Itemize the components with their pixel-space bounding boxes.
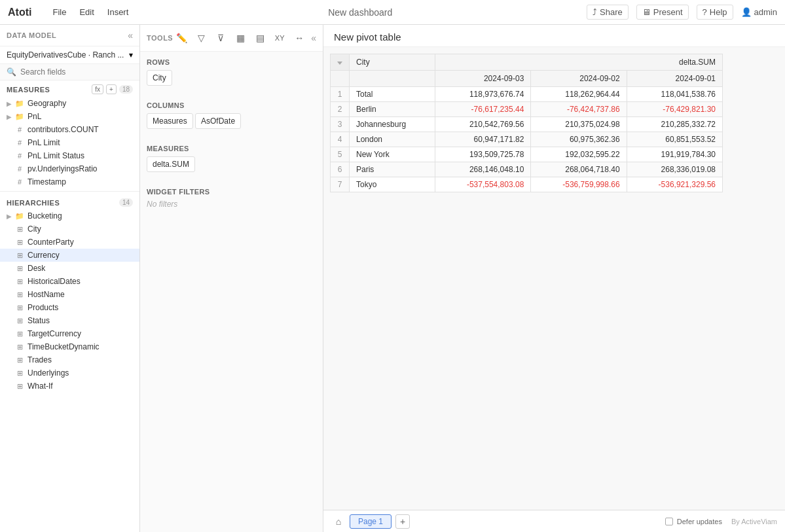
app-logo: Atoti xyxy=(8,7,31,18)
topbar-actions: ⤴ Share 🖥 Present ? Help 👤 admin xyxy=(587,5,777,20)
chart-tool-icon[interactable]: ▦ xyxy=(232,30,248,46)
hier-item-whatif[interactable]: ▶ ⊞ What-If xyxy=(0,380,139,393)
home-button[interactable]: ⌂ xyxy=(331,514,346,529)
hier-item-trades[interactable]: ▶ ⊞ Trades xyxy=(0,353,139,366)
by-activeviam-label: By ActiveViam xyxy=(731,518,777,525)
xy-tool-icon[interactable]: XY xyxy=(272,30,287,46)
col-date2-header[interactable]: 2024-09-02 xyxy=(531,71,627,87)
filter2-tool-icon[interactable]: ⊽ xyxy=(213,30,228,46)
col-delta-header[interactable]: delta.SUM xyxy=(435,54,723,71)
cell-value: 191,919,784.30 xyxy=(627,147,722,162)
add-measure-button[interactable]: + xyxy=(106,84,117,94)
hier-item-historicaldates[interactable]: ▶ ⊞ HistoricalDates xyxy=(0,275,139,288)
edit-tool-icon[interactable]: ✏️ xyxy=(173,30,189,46)
measure-item-pnl-limit-status[interactable]: ▶ # PnL Limit Status xyxy=(0,149,139,162)
defer-updates-section: Defer updates By ActiveViam xyxy=(665,518,777,525)
menu-file[interactable]: File xyxy=(47,5,71,20)
hier-item-desk[interactable]: ▶ ⊞ Desk xyxy=(0,262,139,275)
col-date1-header[interactable]: 2024-09-03 xyxy=(435,71,531,87)
row-number: 4 xyxy=(331,132,350,147)
hier-item-hostname[interactable]: ▶ ⊞ HostName xyxy=(0,288,139,301)
hier-item-counterparty[interactable]: ▶ ⊞ CounterParty xyxy=(0,236,139,249)
columns-asofdate-chip[interactable]: AsOfDate xyxy=(195,113,241,129)
measure-item-timestamp[interactable]: ▶ # Timestamp xyxy=(0,175,139,188)
hash-icon: # xyxy=(15,165,24,173)
filter-tool-icon[interactable]: ▽ xyxy=(193,30,209,46)
search-box: 🔍 xyxy=(0,64,139,80)
hier-item-status[interactable]: ▶ ⊞ Status xyxy=(0,314,139,327)
widget-filters-label: Widget filters xyxy=(147,188,316,196)
add-tab-button[interactable]: + xyxy=(395,514,410,529)
hier-item-bucketing[interactable]: ▶ 📁 Bucketing xyxy=(0,209,139,222)
help-button[interactable]: ? Help xyxy=(697,5,733,20)
hier-item-city[interactable]: ▶ ⊞ City xyxy=(0,222,139,236)
pivot-table: City delta.SUM 2024-09-03 2024-09-02 202… xyxy=(330,54,723,192)
data-model-title: DATA MODEL xyxy=(7,31,56,39)
cell-city: Tokyo xyxy=(350,177,435,192)
col-city-header[interactable]: City xyxy=(350,54,435,71)
measures-delta-chip[interactable]: delta.SUM xyxy=(147,156,195,172)
measure-item-contributors[interactable]: ▶ # contributors.COUNT xyxy=(0,123,139,136)
measure-item-geography[interactable]: ▶ 📁 Geography xyxy=(0,97,139,110)
table-row: 4London60,947,171.8260,975,362.3660,851,… xyxy=(331,132,723,147)
defer-updates-checkbox[interactable] xyxy=(665,518,673,525)
bottom-bar: ⌂ Page 1 + Defer updates By ActiveViam xyxy=(323,510,785,532)
hier-item-products[interactable]: ▶ ⊞ Products xyxy=(0,301,139,314)
dashboard-title: New dashboard xyxy=(144,7,576,18)
col-date3-header[interactable]: 2024-09-01 xyxy=(627,71,722,87)
cell-value: 268,064,718.40 xyxy=(531,162,627,177)
table-tool-icon[interactable]: ▤ xyxy=(252,30,268,46)
cell-city: Paris xyxy=(350,162,435,177)
expand-icon: ▶ xyxy=(7,213,12,220)
cell-value: 192,032,595.22 xyxy=(531,147,627,162)
page-1-tab[interactable]: Page 1 xyxy=(350,514,392,529)
hierarchies-title: HIERARCHIES xyxy=(7,199,60,207)
measure-item-pnl[interactable]: ▶ 📁 PnL xyxy=(0,110,139,123)
menu-insert[interactable]: Insert xyxy=(102,5,134,20)
hash-icon: # xyxy=(15,152,24,160)
cell-value: 60,947,171.82 xyxy=(435,132,531,147)
table-row: 3Johannesburg210,542,769.56210,375,024.9… xyxy=(331,117,723,132)
columns-measures-chip[interactable]: Measures xyxy=(147,113,193,129)
measure-item-pnl-limit[interactable]: ▶ # PnL Limit xyxy=(0,136,139,149)
user-menu[interactable]: 👤 admin xyxy=(741,7,777,17)
present-button[interactable]: 🖥 Present xyxy=(636,5,689,20)
hierarchy-icon: ⊞ xyxy=(15,264,24,273)
hier-item-targetcurrency[interactable]: ▶ ⊞ TargetCurrency xyxy=(0,327,139,340)
empty-subheader xyxy=(331,71,350,87)
search-input[interactable] xyxy=(20,67,133,77)
row-number: 3 xyxy=(331,117,350,132)
measures-title: MEASURES xyxy=(7,86,50,94)
cell-value: 60,851,553.52 xyxy=(627,132,722,147)
collapse-left-button[interactable]: « xyxy=(128,30,133,41)
expand-icon: ▶ xyxy=(7,113,12,120)
sort-icon xyxy=(337,62,342,65)
menu-edit[interactable]: Edit xyxy=(74,5,99,20)
cube-selector[interactable]: EquityDerivativesCube · Ranch ... ▾ xyxy=(0,46,139,64)
tools-panel: TOOLS ✏️ ▽ ⊽ ▦ ▤ XY ↔ « Rows City Column… xyxy=(140,25,323,532)
collapse-tools-button[interactable]: « xyxy=(311,33,316,43)
table-wrapper: City delta.SUM 2024-09-03 2024-09-02 202… xyxy=(323,47,785,510)
share-icon: ⤴ xyxy=(593,7,597,17)
monitor-icon: 🖥 xyxy=(642,7,651,17)
folder-icon: 📁 xyxy=(15,212,24,221)
measure-item-pv-ratio[interactable]: ▶ # pv.UnderlyingsRatio xyxy=(0,162,139,175)
hier-item-currency[interactable]: ▶ ⊞ Currency xyxy=(0,249,139,262)
rows-city-chip[interactable]: City xyxy=(147,70,172,86)
cell-value: 118,973,676.74 xyxy=(435,87,531,102)
hierarchy-icon: ⊞ xyxy=(15,317,24,325)
cell-city: London xyxy=(350,132,435,147)
cell-value: -536,921,329.56 xyxy=(627,177,722,192)
share-button[interactable]: ⤴ Share xyxy=(587,5,629,20)
divider xyxy=(0,191,139,192)
hier-item-underlyings[interactable]: ▶ ⊞ Underlyings xyxy=(0,366,139,380)
expand-tool-icon[interactable]: ↔ xyxy=(291,30,307,46)
hierarchy-icon: ⊞ xyxy=(15,330,24,338)
cell-value: -76,424,737.86 xyxy=(531,102,627,117)
hier-item-timebucketdynamic[interactable]: ▶ ⊞ TimeBucketDynamic xyxy=(0,340,139,353)
fx-button[interactable]: fx xyxy=(92,84,103,94)
cell-value: 268,336,019.08 xyxy=(627,162,722,177)
hierarchy-icon: ⊞ xyxy=(15,225,24,234)
defer-updates-label: Defer updates xyxy=(677,518,722,525)
tools-header: TOOLS ✏️ ▽ ⊽ ▦ ▤ XY ↔ « xyxy=(140,25,323,52)
